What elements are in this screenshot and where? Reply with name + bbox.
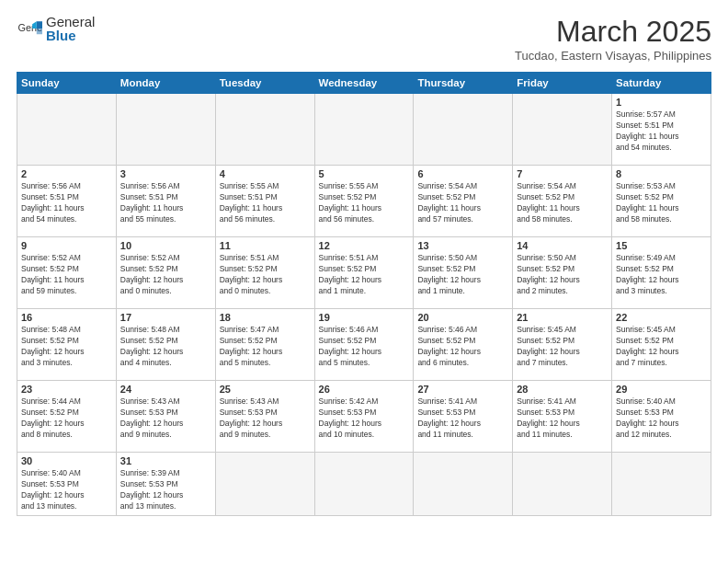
table-row: 19Sunrise: 5:46 AMSunset: 5:52 PMDayligh…	[314, 309, 414, 381]
table-row	[215, 94, 314, 166]
table-row	[17, 94, 117, 166]
table-row: 14Sunrise: 5:50 AMSunset: 5:52 PMDayligh…	[513, 237, 612, 309]
svg-marker-2	[37, 29, 42, 34]
table-row: 2Sunrise: 5:56 AMSunset: 5:51 PMDaylight…	[17, 166, 117, 237]
header-sunday: Sunday	[17, 73, 117, 94]
table-row	[414, 94, 513, 166]
table-row: 17Sunrise: 5:48 AMSunset: 5:52 PMDayligh…	[116, 309, 215, 381]
table-row: 26Sunrise: 5:42 AMSunset: 5:53 PMDayligh…	[314, 381, 414, 453]
table-row: 22Sunrise: 5:45 AMSunset: 5:52 PMDayligh…	[612, 309, 711, 381]
calendar-table: Sunday Monday Tuesday Wednesday Thursday…	[17, 72, 711, 516]
logo-general-text: General	[46, 15, 95, 29]
table-row: 28Sunrise: 5:41 AMSunset: 5:53 PMDayligh…	[513, 381, 612, 453]
svg-marker-1	[37, 21, 42, 29]
header-thursday: Thursday	[414, 73, 513, 94]
table-row: 4Sunrise: 5:55 AMSunset: 5:51 PMDaylight…	[215, 166, 314, 237]
table-row: 9Sunrise: 5:52 AMSunset: 5:52 PMDaylight…	[17, 237, 117, 309]
logo-icon: General	[17, 16, 42, 41]
table-row: 30Sunrise: 5:40 AMSunset: 5:53 PMDayligh…	[17, 453, 117, 516]
table-row: 18Sunrise: 5:47 AMSunset: 5:52 PMDayligh…	[215, 309, 314, 381]
table-row: 23Sunrise: 5:44 AMSunset: 5:52 PMDayligh…	[17, 381, 117, 453]
table-row: 27Sunrise: 5:41 AMSunset: 5:53 PMDayligh…	[414, 381, 513, 453]
header-saturday: Saturday	[612, 73, 711, 94]
table-row: 15Sunrise: 5:49 AMSunset: 5:52 PMDayligh…	[612, 237, 711, 309]
table-row: 24Sunrise: 5:43 AMSunset: 5:53 PMDayligh…	[116, 381, 215, 453]
table-row	[116, 94, 215, 166]
table-row: 20Sunrise: 5:46 AMSunset: 5:52 PMDayligh…	[414, 309, 513, 381]
table-row: 12Sunrise: 5:51 AMSunset: 5:52 PMDayligh…	[314, 237, 414, 309]
location-text: Tucdao, Eastern Visayas, Philippines	[515, 49, 711, 63]
table-row: 6Sunrise: 5:54 AMSunset: 5:52 PMDaylight…	[414, 166, 513, 237]
header-monday: Monday	[116, 73, 215, 94]
table-row: 16Sunrise: 5:48 AMSunset: 5:52 PMDayligh…	[17, 309, 117, 381]
month-year-title: March 2025	[515, 15, 711, 49]
table-row: 5Sunrise: 5:55 AMSunset: 5:52 PMDaylight…	[314, 166, 414, 237]
table-row: 13Sunrise: 5:50 AMSunset: 5:52 PMDayligh…	[414, 237, 513, 309]
table-row: 7Sunrise: 5:54 AMSunset: 5:52 PMDaylight…	[513, 166, 612, 237]
table-row: 1 Sunrise: 5:57 AMSunset: 5:51 PMDayligh…	[612, 94, 711, 166]
table-row: 8Sunrise: 5:53 AMSunset: 5:52 PMDaylight…	[612, 166, 711, 237]
table-row	[612, 453, 711, 516]
header-tuesday: Tuesday	[215, 73, 314, 94]
table-row	[314, 453, 414, 516]
table-row	[513, 453, 612, 516]
table-row: 25Sunrise: 5:43 AMSunset: 5:53 PMDayligh…	[215, 381, 314, 453]
table-row	[215, 453, 314, 516]
page-header: General General Blue March 2025 Tucdao, …	[17, 15, 711, 63]
logo: General General Blue	[17, 15, 95, 42]
table-row: 29Sunrise: 5:40 AMSunset: 5:53 PMDayligh…	[612, 381, 711, 453]
table-row: 10Sunrise: 5:52 AMSunset: 5:52 PMDayligh…	[116, 237, 215, 309]
table-row: 31Sunrise: 5:39 AMSunset: 5:53 PMDayligh…	[116, 453, 215, 516]
table-row: 3Sunrise: 5:56 AMSunset: 5:51 PMDaylight…	[116, 166, 215, 237]
table-row	[513, 94, 612, 166]
header-wednesday: Wednesday	[314, 73, 414, 94]
table-row: 11Sunrise: 5:51 AMSunset: 5:52 PMDayligh…	[215, 237, 314, 309]
header-friday: Friday	[513, 73, 612, 94]
table-row	[314, 94, 414, 166]
table-row: 21Sunrise: 5:45 AMSunset: 5:52 PMDayligh…	[513, 309, 612, 381]
title-block: March 2025 Tucdao, Eastern Visayas, Phil…	[515, 15, 711, 63]
logo-blue-text: Blue	[46, 29, 95, 42]
table-row	[414, 453, 513, 516]
